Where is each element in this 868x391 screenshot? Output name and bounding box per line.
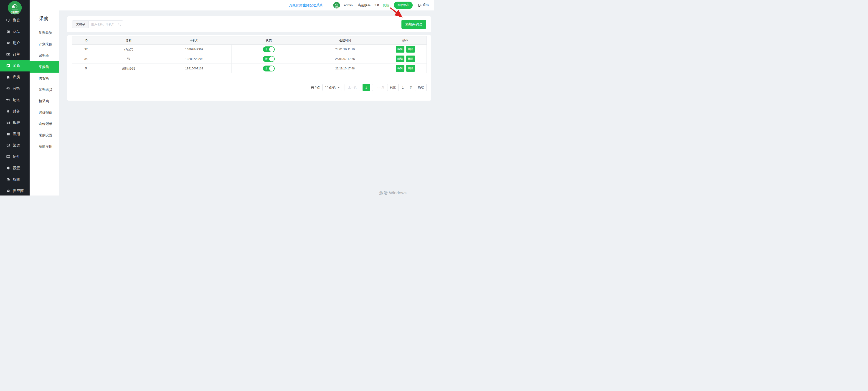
goto-page-input[interactable] <box>398 84 407 91</box>
submenu-nav: 采购总览 计划采购 采购单 采购员 供货商 采购退货 预采购 询价报价 询价记录… <box>30 27 59 152</box>
submenu-sidebar: 采购 采购总览 计划采购 采购单 采购员 供货商 采购退货 预采购 询价报价 询… <box>30 10 59 196</box>
yen-icon <box>6 109 10 113</box>
puzzle-icon <box>6 166 10 170</box>
cell-id: 34 <box>72 54 100 64</box>
submenu-item-purchase-returns[interactable]: 采购退货 <box>30 84 59 95</box>
delete-button[interactable]: 删除 <box>406 65 415 72</box>
sidebar-item-users[interactable]: 用户 <box>0 37 30 49</box>
bar-chart-icon <box>6 121 10 125</box>
edit-button[interactable]: 编辑 <box>396 65 404 72</box>
users-icon <box>6 41 10 45</box>
status-toggle[interactable]: 开 <box>263 47 275 52</box>
add-buyer-button[interactable]: 添加采购员 <box>401 20 426 29</box>
cell-id: 5 <box>72 64 100 73</box>
table-row: 37 张西安 13892847302 开 24/01/16 11:10 <box>72 44 427 54</box>
pagination-bar: 共 3 条 15 条/页 上一页 1 下一页 到第 页 确定 <box>72 84 427 91</box>
cell-created: 24/01/16 11:10 <box>306 44 384 54</box>
toggle-knob <box>269 47 274 52</box>
next-page-button[interactable]: 下一页 <box>372 84 388 91</box>
delete-button[interactable]: 删除 <box>406 56 415 62</box>
col-header-created: 创建时间 <box>306 36 384 44</box>
sidebar-item-channels[interactable]: 渠道 <box>0 140 30 151</box>
sidebar-item-suppliers[interactable]: 供应商 <box>0 185 30 196</box>
logout-button[interactable]: 退出 <box>418 3 429 7</box>
goto-confirm-button[interactable]: 确定 <box>415 84 427 91</box>
sidebar-item-orders[interactable]: 订单 <box>0 49 30 60</box>
cell-name: 张西安 <box>100 44 157 54</box>
username-label: admin <box>344 3 352 7</box>
bank-icon <box>6 178 10 182</box>
sidebar-item-settings[interactable]: 设置 <box>0 162 30 174</box>
top-header: 万象优鲜生鲜配送系统 万象优鲜 admin 当前版本 3.0 更新 帮助中心 退… <box>30 0 434 10</box>
col-header-id: ID <box>72 36 100 44</box>
help-center-button[interactable]: 帮助中心 <box>394 2 413 9</box>
sidebar-item-delivery[interactable]: 配送 <box>0 94 30 106</box>
monitor-icon <box>6 155 10 159</box>
table-header-row: ID 名称 手机号 状态 创建时间 操作 <box>72 36 427 44</box>
sidebar-item-finance[interactable]: 财务 <box>0 106 30 117</box>
cell-status: 开 <box>231 64 306 73</box>
status-toggle[interactable]: 开 <box>263 65 275 71</box>
submenu-item-inquiry-quote[interactable]: 询价报价 <box>30 107 59 118</box>
cell-name: 张 <box>100 54 157 64</box>
table-card: ID 名称 手机号 状态 创建时间 操作 37 张西安 13892847302 <box>67 35 431 100</box>
scale-icon <box>6 87 10 91</box>
current-page-button[interactable]: 1 <box>363 84 370 91</box>
app-logo: 万象优鲜 WAN XIANG YOU XIAN <box>0 0 30 14</box>
sidebar-item-reports[interactable]: 报表 <box>0 117 30 128</box>
submenu-item-suppliers[interactable]: 供货商 <box>30 72 59 84</box>
user-avatar[interactable]: 万象优鲜 <box>333 2 340 9</box>
prev-page-button[interactable]: 上一页 <box>345 84 360 91</box>
page-size-select[interactable]: 15 条/页 <box>322 84 342 91</box>
submenu-item-get-app[interactable]: 获取应用 <box>30 141 59 152</box>
submenu-item-inquiry-records[interactable]: 询价记录 <box>30 118 59 129</box>
col-header-status: 状态 <box>231 36 306 44</box>
submenu-item-planned-purchase[interactable]: 计划采购 <box>30 38 59 50</box>
content-area: 采购 采购总览 计划采购 采购单 采购员 供货商 采购退货 预采购 询价报价 询… <box>30 10 434 196</box>
update-link[interactable]: 更新 <box>383 3 389 7</box>
submenu-item-purchase-settings[interactable]: 采购设置 <box>30 129 59 141</box>
sidebar-item-permissions[interactable]: 权限 <box>0 174 30 185</box>
app-root: { "colors": { "accent_green": "#1fc152",… <box>0 0 434 196</box>
primary-nav: 概览 商品 用户 订单 采购 库房 分拣 配送 <box>0 14 30 196</box>
banknote-icon <box>6 52 10 56</box>
edit-button[interactable]: 编辑 <box>396 46 404 53</box>
submenu-title: 采购 <box>30 10 59 22</box>
sidebar-item-warehouse[interactable]: 库房 <box>0 71 30 83</box>
search-icon <box>118 22 122 26</box>
svg-text:WAN XIANG YOU XIAN: WAN XIANG YOU XIAN <box>11 13 19 14</box>
cell-phone: 13892847302 <box>157 44 231 54</box>
logout-icon <box>418 3 422 7</box>
sidebar-item-hardware[interactable]: 硬件 <box>0 151 30 162</box>
grid-icon <box>6 132 10 136</box>
cell-created: 24/01/07 17:55 <box>306 54 384 64</box>
status-toggle[interactable]: 开 <box>263 56 275 62</box>
goto-suffix-label: 页 <box>410 85 413 89</box>
edit-button[interactable]: 编辑 <box>396 56 404 62</box>
total-count-label: 共 3 条 <box>311 85 320 89</box>
submenu-item-purchase-overview[interactable]: 采购总览 <box>30 27 59 38</box>
sidebar-item-apps[interactable]: 应用 <box>0 128 30 140</box>
cell-status: 开 <box>231 44 306 54</box>
primary-sidebar: 万象优鲜 WAN XIANG YOU XIAN 概览 商品 用户 订单 采购 库… <box>0 0 30 196</box>
cell-actions: 编辑删除 <box>384 64 427 73</box>
sidebar-item-sorting[interactable]: 分拣 <box>0 83 30 94</box>
system-title-link[interactable]: 万象优鲜生鲜配送系统 <box>289 3 323 7</box>
sidebar-item-products[interactable]: 商品 <box>0 26 30 37</box>
activate-windows-watermark: 激活 Windows <box>379 190 406 196</box>
sidebar-item-overview[interactable]: 概览 <box>0 14 30 26</box>
submenu-item-purchase-orders[interactable]: 采购单 <box>30 50 59 61</box>
cell-id: 37 <box>72 44 100 54</box>
buyers-table: ID 名称 手机号 状态 创建时间 操作 37 张西安 13892847302 <box>72 36 427 73</box>
cell-phone: 13288728203 <box>157 54 231 64</box>
main-panel: 关键字 添加采购员 ID 名称 手机号 <box>59 10 434 196</box>
submenu-item-buyers[interactable]: 采购员 <box>30 61 59 72</box>
col-header-name: 名称 <box>100 36 157 44</box>
cell-name: 采购员-我 <box>100 64 157 73</box>
cell-phone: 18910007131 <box>157 64 231 73</box>
delete-button[interactable]: 删除 <box>406 46 415 53</box>
col-header-actions: 操作 <box>384 36 427 44</box>
table-row: 5 采购员-我 18910007131 开 22/11/10 17:48 <box>72 64 427 73</box>
sidebar-item-procurement[interactable]: 采购 <box>0 60 30 71</box>
submenu-item-pre-purchase[interactable]: 预采购 <box>30 95 59 107</box>
